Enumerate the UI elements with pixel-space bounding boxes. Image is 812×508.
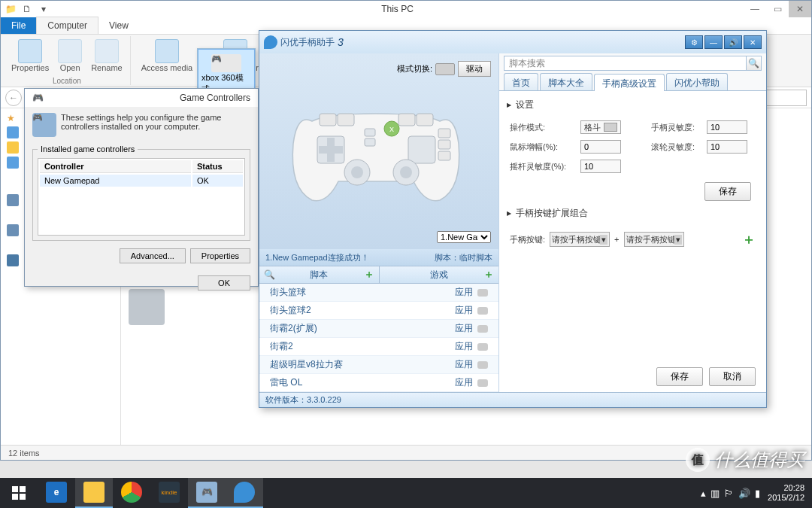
media-icon bbox=[155, 39, 179, 63]
add-icon[interactable]: ＋ bbox=[483, 268, 494, 281]
mode-switch-label: 模式切换: bbox=[397, 63, 432, 75]
task-gamepad-assistant[interactable] bbox=[226, 478, 263, 508]
list-item[interactable]: 超级明星v8拉力赛应用 bbox=[259, 356, 498, 374]
tab-file[interactable]: File bbox=[1, 17, 36, 34]
svg-rect-16 bbox=[438, 129, 450, 138]
taskbar: e kindle 🎮 ▴ ▥ 🏳 🔊 ▮ 20:28 2015/2/12 bbox=[0, 478, 812, 508]
tray-flag-icon[interactable]: 🏳 bbox=[724, 488, 734, 499]
pad-sens-label: 手柄灵敏度: bbox=[651, 122, 704, 133]
list-item[interactable]: 雷电 OL应用 bbox=[259, 374, 498, 392]
task-kindle[interactable]: kindle bbox=[150, 478, 188, 508]
start-button[interactable] bbox=[0, 478, 38, 508]
tab-view[interactable]: View bbox=[98, 17, 139, 34]
op-mode-value[interactable]: 格斗 bbox=[580, 120, 621, 134]
advanced-button[interactable]: Advanced... bbox=[120, 248, 186, 263]
right-tab[interactable]: 首页 bbox=[504, 73, 538, 90]
search-button[interactable]: 🔍 bbox=[747, 56, 762, 71]
properties-icon bbox=[18, 39, 42, 63]
task-chrome[interactable] bbox=[113, 478, 150, 508]
chrome-icon bbox=[121, 482, 142, 503]
task-ie[interactable]: e bbox=[38, 478, 75, 508]
tab-scripts[interactable]: 🔍脚本＋ bbox=[259, 266, 379, 283]
script-name: 街霸2(扩展) bbox=[270, 322, 455, 335]
pad-sens-input[interactable] bbox=[707, 120, 747, 134]
combo-key-1[interactable]: 请按手柄按键 bbox=[550, 232, 610, 247]
apply-button[interactable]: 应用 bbox=[455, 358, 473, 371]
script-search-input[interactable]: 脚本搜索 bbox=[504, 56, 747, 71]
combo-key-2[interactable]: 请按手柄按键 bbox=[624, 232, 684, 247]
minimize-button[interactable]: — bbox=[744, 1, 766, 17]
connection-status: 1.New Gamepad连接成功！ 脚本：临时脚本 bbox=[259, 249, 498, 266]
ribbon-rename[interactable]: Rename bbox=[88, 36, 126, 75]
controller-diagram: X bbox=[274, 84, 477, 219]
maximize-button[interactable]: ▭ bbox=[766, 1, 789, 17]
apply-button[interactable]: 应用 bbox=[455, 340, 473, 353]
tab-computer[interactable]: Computer bbox=[36, 17, 98, 34]
col-status[interactable]: Status bbox=[192, 160, 243, 173]
back-button[interactable]: ← bbox=[5, 90, 22, 106]
ga-sound-button[interactable]: 🔊 bbox=[724, 35, 742, 49]
svg-rect-4 bbox=[398, 114, 415, 126]
cancel-button[interactable]: 取消 bbox=[709, 367, 756, 386]
ga-minimize-button[interactable]: — bbox=[704, 35, 723, 49]
gamepad-icon: 🎮 bbox=[32, 113, 56, 137]
gamepad-icon bbox=[477, 379, 488, 387]
ribbon-properties[interactable]: Properties bbox=[8, 36, 52, 75]
right-tab[interactable]: 脚本大全 bbox=[540, 73, 592, 90]
tray-up-icon[interactable]: ▴ bbox=[701, 488, 706, 499]
network-icon[interactable]: ▮ bbox=[755, 488, 760, 499]
qat-dropdown-icon[interactable]: ▾ bbox=[36, 2, 51, 17]
ga-settings-button[interactable]: ⚙ bbox=[685, 35, 703, 49]
save-button[interactable]: 保存 bbox=[704, 182, 751, 201]
ga-titlebar: 闪优手柄助手 3 ⚙ — 🔊 ✕ bbox=[259, 31, 766, 53]
watermark: 值 什么值得买 bbox=[686, 448, 804, 472]
col-controller[interactable]: Controller bbox=[40, 160, 191, 173]
right-tab[interactable]: 闪优小帮助 bbox=[666, 73, 728, 90]
task-game-controllers[interactable]: 🎮 bbox=[188, 478, 226, 508]
ribbon-open[interactable]: Open bbox=[55, 36, 85, 75]
close-button[interactable]: ✕ bbox=[789, 1, 811, 17]
script-list[interactable]: 街头篮球应用街头篮球2应用街霸2(扩展)应用街霸2应用超级明星v8拉力赛应用雷电… bbox=[259, 284, 498, 392]
stick-sens-input[interactable] bbox=[580, 160, 621, 173]
qat-icon[interactable]: 📁 bbox=[3, 2, 18, 17]
volume-icon[interactable]: 🔊 bbox=[738, 488, 750, 499]
device-select[interactable]: 1.New Game bbox=[437, 231, 491, 243]
ok-button[interactable]: OK bbox=[198, 275, 250, 291]
svg-rect-21 bbox=[12, 494, 18, 500]
apply-button[interactable]: 应用 bbox=[455, 304, 473, 317]
battery-icon[interactable]: ▥ bbox=[710, 488, 720, 499]
apply-button[interactable]: 应用 bbox=[455, 376, 473, 389]
wheel-sens-input[interactable] bbox=[707, 140, 747, 154]
list-item[interactable]: 街头篮球2应用 bbox=[259, 302, 498, 320]
ribbon-access-media[interactable]: Access media bbox=[138, 36, 195, 75]
svg-rect-22 bbox=[20, 494, 26, 500]
folder-icon bbox=[7, 126, 19, 138]
mouse-gain-input[interactable] bbox=[580, 140, 621, 154]
task-explorer[interactable] bbox=[75, 478, 113, 508]
list-item[interactable]: 街霸2应用 bbox=[259, 338, 498, 356]
svg-rect-17 bbox=[438, 140, 450, 149]
combo-expander[interactable]: ▶手柄按键扩展组合 bbox=[507, 204, 759, 223]
combo-label: 手柄按键: bbox=[510, 234, 545, 245]
mode-drive-button[interactable]: 驱动 bbox=[458, 61, 491, 77]
properties-button[interactable]: Properties bbox=[190, 248, 250, 263]
right-tab[interactable]: 手柄高级设置 bbox=[594, 74, 665, 91]
qat-properties-icon[interactable]: 🗋 bbox=[20, 2, 35, 17]
window-title: This PC bbox=[51, 4, 744, 14]
ga-close-button[interactable]: ✕ bbox=[744, 35, 762, 49]
apply-button[interactable]: 应用 bbox=[455, 286, 473, 299]
add-icon[interactable]: ＋ bbox=[364, 268, 374, 281]
list-item[interactable]: 街霸2(扩展)应用 bbox=[259, 320, 498, 338]
add-combo-button[interactable]: ＋ bbox=[742, 230, 756, 248]
mode-toggle[interactable] bbox=[435, 63, 455, 75]
list-item[interactable]: 街头篮球应用 bbox=[259, 284, 498, 302]
clock[interactable]: 20:28 2015/2/12 bbox=[768, 483, 804, 503]
table-row[interactable]: New GamepadOK bbox=[40, 175, 243, 187]
tab-games[interactable]: 游戏＋ bbox=[379, 266, 499, 283]
settings-expander[interactable]: ▶设置 bbox=[507, 96, 759, 114]
script-tabs: 🔍脚本＋ 游戏＋ bbox=[259, 266, 498, 284]
gamepad-icon bbox=[477, 325, 488, 333]
save-all-button[interactable]: 保存 bbox=[656, 367, 703, 386]
help-text: These settings help you configure the ga… bbox=[61, 113, 250, 131]
apply-button[interactable]: 应用 bbox=[455, 322, 473, 335]
